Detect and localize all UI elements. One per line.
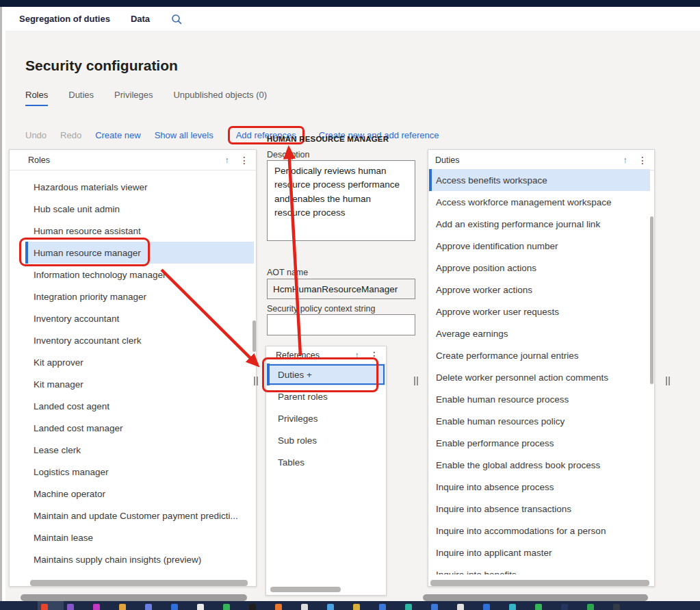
description-field[interactable]: Periodically reviews human resource proc…	[267, 160, 415, 241]
duty-list-item[interactable]: Approve position actions	[429, 257, 650, 279]
aot-name-field[interactable]	[267, 279, 415, 299]
taskbar-app-icon[interactable]	[301, 604, 308, 610]
search-icon[interactable]	[170, 13, 183, 25]
role-list-item[interactable]: Lease clerk	[25, 439, 254, 461]
security-policy-label: Security policy context string	[267, 304, 375, 314]
role-list-item[interactable]: Maintain and update Customer payment pre…	[25, 505, 254, 526]
reference-list-item[interactable]: Privileges	[267, 407, 385, 429]
reference-list-item[interactable]: Parent roles	[267, 385, 385, 407]
role-list-item[interactable]: Human resource manager	[25, 242, 254, 264]
tab[interactable]: Privileges	[114, 90, 153, 106]
duties-vertical-scrollbar[interactable]	[650, 216, 653, 384]
page-horizontal-scrollbar-left[interactable]	[21, 594, 247, 601]
role-list-item[interactable]: Hub scale unit admin	[25, 198, 254, 220]
duty-list-item[interactable]: Inquire into accommodations for a person	[429, 520, 650, 542]
duty-list-item[interactable]: Approve identification number	[429, 235, 650, 257]
taskbar-app-icon[interactable]	[535, 604, 542, 610]
role-list-item[interactable]: Kit approver	[25, 351, 254, 373]
taskbar-app-icon[interactable]	[457, 604, 464, 610]
role-list-item[interactable]: Information technology manager	[25, 264, 254, 285]
duty-list-item[interactable]: Enable human resource process	[429, 388, 650, 410]
role-list-item[interactable]: Landed cost manager	[25, 417, 254, 439]
taskbar-app-icon[interactable]	[431, 604, 438, 610]
taskbar-app-icon[interactable]	[41, 604, 48, 610]
reference-list-item[interactable]: Sub roles	[267, 429, 385, 451]
taskbar-app-icon[interactable]	[613, 604, 620, 610]
duty-list-item[interactable]: Inquire into absence process	[429, 476, 650, 498]
taskbar-app-icon[interactable]	[327, 604, 334, 610]
duty-list-item[interactable]: Approve worker actions	[429, 279, 650, 301]
show-all-levels-button[interactable]: Show all levels	[155, 130, 213, 140]
duty-list-item[interactable]: Create performance journal entries	[429, 344, 650, 366]
role-list-item[interactable]: Inventory accountant	[25, 307, 254, 329]
description-label: Description	[267, 150, 310, 160]
role-list-item[interactable]: Machine operator	[25, 483, 254, 505]
more-options-icon[interactable]: ⋮	[239, 155, 249, 166]
redo-button[interactable]: Redo	[60, 130, 81, 140]
duty-list-item[interactable]: Enable performance process	[429, 432, 650, 454]
reference-list-item[interactable]: Duties +	[267, 364, 385, 385]
menu-data[interactable]: Data	[131, 14, 150, 24]
taskbar-app-icon[interactable]	[405, 604, 412, 610]
taskbar-app-icon[interactable]	[93, 604, 100, 610]
taskbar-app-icon[interactable]	[587, 604, 594, 610]
duty-list-item[interactable]: Inquire into benefits	[429, 563, 650, 574]
taskbar-app-icon[interactable]	[197, 604, 204, 610]
duty-list-item[interactable]: Delete worker personnel action comments	[429, 366, 650, 388]
taskbar-app-icon[interactable]	[353, 604, 360, 610]
duty-list-item[interactable]: Enable human resources policy	[429, 410, 650, 432]
taskbar-app-icon[interactable]	[67, 604, 74, 610]
roles-list: Hazardous materials viewerHub scale unit…	[25, 176, 254, 570]
tab[interactable]: Roles	[25, 90, 48, 106]
splitter-grip-icon[interactable]	[414, 377, 418, 385]
role-list-item[interactable]: Kit manager	[25, 373, 254, 395]
duty-list-item[interactable]: Approve worker user requests	[429, 301, 650, 322]
splitter-grip-icon[interactable]	[254, 377, 258, 385]
duties-horizontal-scrollbar[interactable]	[430, 580, 649, 586]
role-list-item[interactable]: Landed cost agent	[25, 395, 254, 417]
roles-panel-header: Roles ↑ ⋮	[10, 150, 256, 170]
duty-list-item[interactable]: Access workforce management workspace	[429, 191, 650, 213]
role-list-item[interactable]: Integration priority manager	[25, 285, 254, 307]
role-list-item[interactable]: Hazardous materials viewer	[25, 176, 254, 198]
sort-ascending-icon[interactable]: ↑	[623, 155, 628, 165]
duty-list-item[interactable]: Enable the global address book process	[429, 454, 650, 476]
tab[interactable]: Duties	[68, 90, 94, 106]
roles-vertical-scrollbar[interactable]	[252, 320, 256, 352]
splitter-grip-icon[interactable]	[666, 377, 670, 385]
duty-list-item[interactable]: Inquire into applicant master	[429, 542, 650, 563]
create-new-button[interactable]: Create new	[95, 130, 140, 140]
more-options-icon[interactable]: ⋮	[370, 350, 379, 361]
role-list-item[interactable]: Logistics manager	[25, 461, 254, 483]
role-list-item[interactable]: Maintains supply chain insights (preview…	[25, 548, 254, 570]
undo-button[interactable]: Undo	[25, 130, 47, 140]
security-policy-field[interactable]	[267, 314, 415, 335]
taskbar-app-icon[interactable]	[223, 604, 230, 610]
taskbar-app-icon[interactable]	[379, 604, 386, 610]
menu-segregation-of-duties[interactable]: Segregation of duties	[19, 14, 110, 24]
taskbar-app-icon[interactable]	[275, 604, 282, 610]
more-options-icon[interactable]: ⋮	[638, 155, 647, 166]
role-list-item[interactable]: Human resource assistant	[25, 220, 254, 242]
references-horizontal-scrollbar[interactable]	[270, 587, 341, 592]
taskbar-app-icon[interactable]	[509, 604, 516, 610]
duty-list-item[interactable]: Inquire into absence transactions	[429, 498, 650, 520]
sort-ascending-icon[interactable]: ↑	[225, 155, 230, 165]
duty-list-item[interactable]: Access benefits workspace	[429, 169, 650, 191]
roles-horizontal-scrollbar[interactable]	[30, 580, 248, 586]
sort-ascending-icon[interactable]: ↑	[355, 350, 360, 360]
duty-list-item[interactable]: Add an existing performance journal link	[429, 213, 650, 235]
taskbar-app-icon[interactable]	[249, 604, 256, 610]
duty-list-item[interactable]: Average earnings	[429, 322, 650, 344]
reference-list-item[interactable]: Tables	[267, 451, 385, 473]
tab[interactable]: Unpublished objects (0)	[173, 90, 267, 106]
taskbar-app-icon[interactable]	[561, 604, 568, 610]
taskbar-app-icon[interactable]	[119, 604, 126, 610]
taskbar-app-icon[interactable]	[171, 604, 178, 610]
taskbar-app-icon[interactable]	[145, 604, 152, 610]
role-list-item[interactable]: Maintain lease	[25, 526, 254, 548]
duties-list: Access benefits workspaceAccess workforc…	[429, 169, 650, 574]
page-horizontal-scrollbar-right[interactable]	[423, 594, 648, 601]
taskbar-app-icon[interactable]	[483, 604, 490, 610]
role-list-item[interactable]: Inventory accountant clerk	[25, 329, 254, 351]
